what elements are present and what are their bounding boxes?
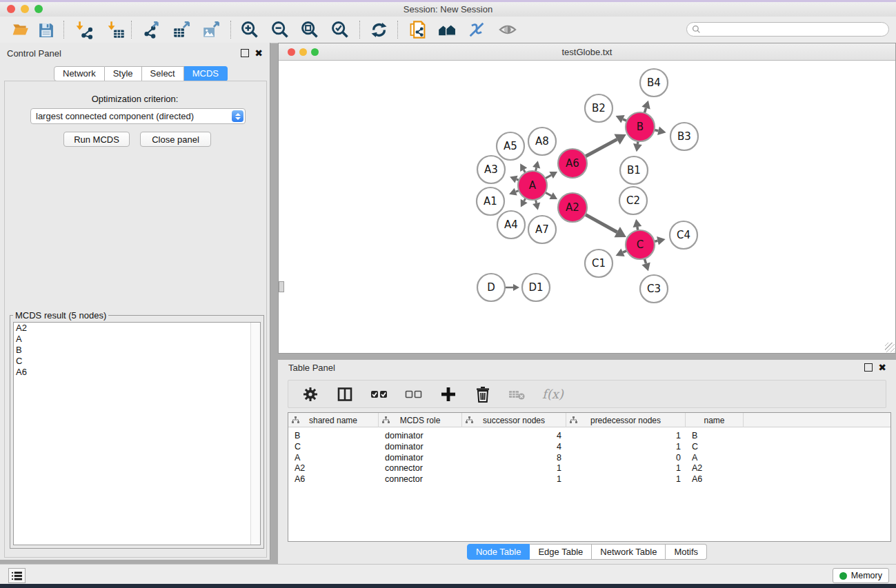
memory-button[interactable]: Memory [833,568,889,583]
table-cell[interactable]: 1 [566,430,681,441]
table-close-panel-icon[interactable]: ✖ [878,364,886,371]
attribute-type-icon [466,416,473,424]
tab-motifs[interactable]: Motifs [666,544,707,560]
desktop-bottom-strip [0,584,896,588]
split-view-columns-icon[interactable] [335,385,355,404]
graph-node-label: B1 [627,164,641,176]
export-table-icon[interactable] [171,19,192,40]
deselect-all-checkboxes-icon[interactable] [404,385,424,404]
window-edge-handle[interactable] [279,281,284,292]
open-session-icon[interactable] [10,19,31,40]
table-cell[interactable]: dominator [385,430,424,441]
table-cell[interactable]: connector [385,474,423,485]
table-settings-gear-icon[interactable] [301,385,320,404]
table-cell[interactable]: B [692,430,697,441]
window-resize-grip[interactable] [885,343,895,352]
close-panel-button[interactable]: Close panel [140,132,211,147]
tab-select[interactable]: Select [142,66,184,81]
refresh-icon[interactable] [368,19,389,40]
table-cell[interactable]: 4 [462,441,561,452]
memory-label: Memory [851,571,882,580]
table-cell[interactable]: A [295,452,300,463]
table-cell[interactable]: 1 [462,463,561,474]
float-panel-icon[interactable] [241,49,249,57]
edge-arrowhead [641,101,650,110]
table-cell[interactable]: A [692,452,697,463]
tab-style[interactable]: Style [105,66,142,81]
delete-trash-icon[interactable] [473,385,492,404]
table-cell[interactable]: 1 [566,474,681,485]
show-hide-eye-icon[interactable] [497,19,518,40]
run-mcds-button[interactable]: Run MCDS [63,132,130,147]
network-from-selection-icon[interactable] [408,19,428,40]
result-item[interactable]: A [14,334,260,345]
export-network-icon[interactable] [141,19,162,40]
home-first-neighbors-icon[interactable] [437,19,458,40]
tab-node-table[interactable]: Node Table [467,544,530,560]
table-cell[interactable]: 8 [462,452,561,463]
tab-edge-table[interactable]: Edge Table [530,544,592,560]
delete-table-disabled-icon [508,385,527,404]
zoom-selected-icon[interactable] [330,19,350,40]
import-table-icon[interactable] [106,19,126,40]
edge-A2-C[interactable] [585,214,617,232]
network-graph[interactable]: B4B2BB3A5A8A6A3B1AA1C2A2A4A7C4CC1DD1C3 [279,61,895,353]
column-header-MCDS-role[interactable]: MCDS role [379,413,462,427]
add-column-plus-icon[interactable] [439,385,458,404]
optimization-criterion-dropdown[interactable]: largest connected component (directed) [30,108,246,124]
graph-node-label: C1 [592,257,606,270]
column-header-shared-name[interactable]: shared name [288,413,379,427]
export-image-icon[interactable] [201,19,221,40]
table-cell[interactable]: A2 [692,463,702,474]
tab-network-table[interactable]: Network Table [592,544,666,560]
result-list-scrollbar[interactable] [250,323,260,545]
tab-mcds[interactable]: MCDS [184,66,228,81]
zoom-in-icon[interactable] [239,19,260,40]
result-item[interactable]: B [14,345,260,356]
table-cell[interactable]: A2 [295,463,305,474]
column-header-name[interactable]: name [686,413,744,427]
tab-network[interactable]: Network [54,66,105,81]
table-cell[interactable]: B [295,430,300,441]
column-header-label: name [704,416,724,425]
control-panel-title: Control Panel [7,48,61,59]
column-header-predecessor-nodes[interactable]: predecessor nodes [566,413,686,427]
table-cell[interactable]: connector [385,463,423,474]
table-cell[interactable]: 1 [566,441,681,452]
import-network-icon[interactable] [74,19,94,40]
edge-A6-B[interactable] [586,139,617,156]
zoom-fit-icon[interactable] [299,19,320,40]
table-cell[interactable]: dominator [385,452,424,463]
zoom-out-icon[interactable] [270,19,290,40]
result-item[interactable]: A2 [14,323,260,334]
edge-A-A6[interactable] [545,175,551,179]
edge-A-A2[interactable] [545,192,551,196]
network-window-titlebar[interactable]: testGlobe.txt [279,43,895,61]
edge-C-C3[interactable] [644,258,646,263]
table-cell[interactable]: dominator [385,441,424,452]
table-cell[interactable]: A6 [295,474,305,485]
result-item[interactable]: C [14,356,260,367]
table-cell[interactable]: 1 [462,474,561,485]
table-float-panel-icon[interactable] [864,363,873,372]
table-cell[interactable]: 0 [566,452,681,463]
edge-B-B4[interactable] [644,108,646,113]
mcds-result-list[interactable]: A2ABCA6 [13,322,261,545]
table-cell[interactable]: 4 [462,430,561,441]
graph-node-label: A [529,179,537,192]
save-session-icon[interactable] [35,19,56,40]
table-cell[interactable]: A6 [692,474,702,485]
table-cell[interactable]: C [295,441,301,452]
search-input[interactable] [686,22,889,37]
table-cell[interactable]: C [692,441,698,452]
column-header-successor-nodes[interactable]: successor nodes [462,413,566,427]
node-table[interactable]: shared nameMCDS rolesuccessor nodesprede… [288,412,891,542]
graph-node-label: D [487,281,495,294]
table-cell[interactable]: 1 [566,463,681,474]
hide-graphics-details-icon[interactable] [466,19,487,40]
task-history-button[interactable] [8,568,26,583]
close-panel-icon[interactable]: ✖ [255,50,263,57]
result-item[interactable]: A6 [14,367,260,378]
toolbar-separator [359,21,360,39]
select-all-checkboxes-icon[interactable] [370,385,389,404]
